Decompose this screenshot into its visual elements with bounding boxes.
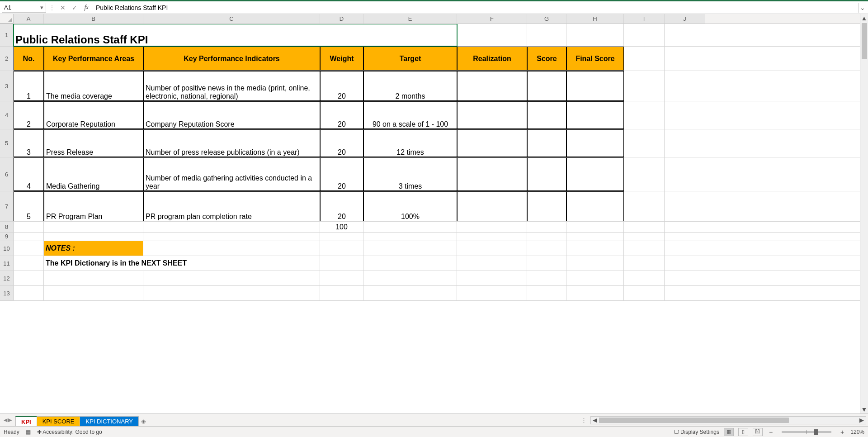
col-header-I[interactable]: I <box>624 14 665 24</box>
tab-split-handle[interactable]: ⋮ <box>581 417 590 423</box>
empty-cell[interactable] <box>363 271 457 285</box>
macro-record-icon[interactable]: ▦ <box>26 429 31 435</box>
cell-G1[interactable] <box>527 24 566 46</box>
empty-cell[interactable] <box>14 286 44 300</box>
cell-kpa[interactable]: Press Release <box>44 129 143 157</box>
display-settings-button[interactable]: 🖵 Display Settings <box>674 429 719 435</box>
header-no[interactable]: No. <box>14 47 44 71</box>
cell-J7[interactable] <box>665 191 705 221</box>
cell-final[interactable] <box>566 101 624 129</box>
tab-kpi-score[interactable]: KPI SCORE <box>37 416 80 426</box>
scroll-right-icon[interactable]: ▶ <box>858 417 866 423</box>
cell-B9[interactable] <box>44 233 143 241</box>
col-header-B[interactable]: B <box>44 14 143 24</box>
cell-weight[interactable]: 20 <box>320 101 363 129</box>
cell-D10[interactable] <box>320 241 363 256</box>
cell-score[interactable] <box>527 157 566 191</box>
scroll-up-icon[interactable]: ▲ <box>860 14 868 22</box>
tab-prev-icon[interactable]: ◀ <box>4 417 7 423</box>
expand-formula-bar-button[interactable]: ⌄ <box>858 3 866 13</box>
zoom-slider[interactable] <box>782 431 831 433</box>
cell-G10[interactable] <box>527 241 566 256</box>
col-header-F[interactable]: F <box>457 14 527 24</box>
cell-no[interactable]: 1 <box>14 71 44 101</box>
cell-score[interactable] <box>527 101 566 129</box>
formula-input[interactable] <box>93 3 856 13</box>
scroll-left-icon[interactable]: ◀ <box>591 417 599 423</box>
cell-I1[interactable] <box>624 24 665 46</box>
row-header[interactable]: 2 <box>0 47 14 71</box>
cell-score[interactable] <box>527 129 566 157</box>
empty-cell[interactable] <box>566 271 624 285</box>
cell-weight[interactable]: 20 <box>320 71 363 101</box>
cell-J6[interactable] <box>665 157 705 191</box>
empty-cell[interactable] <box>44 271 143 285</box>
cell-H9[interactable] <box>566 233 624 241</box>
empty-cell[interactable] <box>457 271 527 285</box>
cell-kpa[interactable]: PR Program Plan <box>44 191 143 221</box>
horizontal-scrollbar[interactable]: ◀ ▶ <box>590 416 866 424</box>
empty-cell[interactable] <box>320 286 363 300</box>
row-header[interactable]: 6 <box>0 157 14 191</box>
row-header[interactable]: 8 <box>0 222 14 232</box>
zoom-out-button[interactable]: − <box>767 428 774 436</box>
col-header-J[interactable]: J <box>665 14 705 24</box>
cell-E9[interactable] <box>363 233 457 241</box>
cell-kpi[interactable]: Company Reputation Score <box>143 101 320 129</box>
cell-I4[interactable] <box>624 101 665 129</box>
cell-G11[interactable] <box>527 256 566 271</box>
cell-D9[interactable] <box>320 233 363 241</box>
cell-I7[interactable] <box>624 191 665 221</box>
empty-cell[interactable] <box>143 286 320 300</box>
accessibility-status[interactable]: ✚ Accessibility: Good to go <box>37 429 102 435</box>
header-final[interactable]: Final Score <box>566 47 624 71</box>
cell-no[interactable]: 5 <box>14 191 44 221</box>
header-score[interactable]: Score <box>527 47 566 71</box>
cell-real[interactable] <box>457 191 527 221</box>
view-page-layout-button[interactable]: ▯ <box>738 428 748 436</box>
cell-kpi[interactable]: Number of press release publications (in… <box>143 129 320 157</box>
row-header[interactable]: 1 <box>0 24 14 46</box>
cell-A10[interactable] <box>14 241 44 256</box>
cell-H8[interactable] <box>566 222 624 232</box>
scroll-thumb[interactable] <box>862 23 867 59</box>
cell-I5[interactable] <box>624 129 665 157</box>
grid-body[interactable]: 1 Public Relations Staff KPI 2 No. Key P… <box>0 24 868 413</box>
zoom-knob[interactable] <box>814 429 818 435</box>
cell-final[interactable] <box>566 191 624 221</box>
cell-H10[interactable] <box>566 241 624 256</box>
cell-target[interactable]: 3 times <box>363 157 457 191</box>
name-box-dropdown-icon[interactable]: ▾ <box>39 4 44 11</box>
cell-C9[interactable] <box>143 233 320 241</box>
cell-J3[interactable] <box>665 71 705 101</box>
cell-C10[interactable] <box>143 241 320 256</box>
cell-total-weight[interactable]: 100 <box>320 222 363 232</box>
empty-cell[interactable] <box>624 271 665 285</box>
cell-kpi[interactable]: PR program plan completion rate <box>143 191 320 221</box>
cell-J5[interactable] <box>665 129 705 157</box>
cell-G8[interactable] <box>527 222 566 232</box>
row-header[interactable]: 7 <box>0 191 14 221</box>
cell-I8[interactable] <box>624 222 665 232</box>
cell-F8[interactable] <box>457 222 527 232</box>
cell-F9[interactable] <box>457 233 527 241</box>
cell-no[interactable]: 3 <box>14 129 44 157</box>
cell-notes-text[interactable]: The KPI Dictionary is in the NEXT SHEET <box>44 256 320 271</box>
cell-kpi[interactable]: Number of media gathering activities con… <box>143 157 320 191</box>
row-header[interactable]: 11 <box>0 256 14 271</box>
cell-F1[interactable] <box>457 24 527 46</box>
empty-cell[interactable] <box>44 286 143 300</box>
cell-real[interactable] <box>457 157 527 191</box>
cell-notes-label[interactable]: NOTES : <box>44 241 143 256</box>
empty-cell[interactable] <box>566 286 624 300</box>
cell-A8[interactable] <box>14 222 44 232</box>
hscroll-track[interactable] <box>599 417 858 424</box>
cancel-formula-button[interactable]: ✕ <box>58 3 68 13</box>
header-realization[interactable]: Realization <box>457 47 527 71</box>
empty-cell[interactable] <box>665 286 705 300</box>
cell-C8[interactable] <box>143 222 320 232</box>
header-kpa[interactable]: Key Performance Areas <box>44 47 143 71</box>
header-target[interactable]: Target <box>363 47 457 71</box>
tab-kpi[interactable]: KPI <box>15 416 37 426</box>
tab-next-icon[interactable]: ▶ <box>8 417 12 423</box>
